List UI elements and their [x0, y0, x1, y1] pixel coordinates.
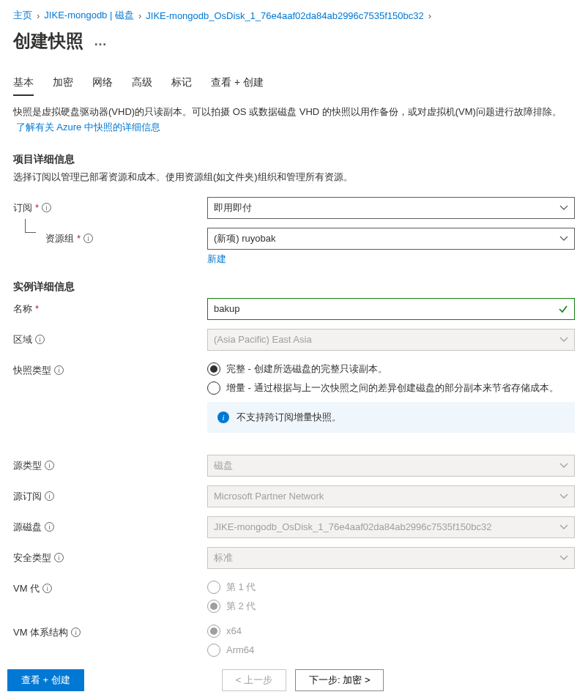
learn-more-link[interactable]: 了解有关 Azure 中快照的详细信息	[16, 122, 160, 133]
source-type-label: 源类型 i	[13, 455, 207, 472]
chevron-down-icon	[559, 554, 568, 565]
radio-snapshot-full[interactable]: 完整 - 创建所选磁盘的完整只读副本。	[207, 362, 575, 376]
security-type-label: 安全类型 i	[13, 547, 207, 565]
source-type-select: 磁盘	[207, 455, 575, 477]
review-create-button[interactable]: 查看 + 创建	[7, 669, 84, 691]
tab-review[interactable]: 查看 + 创建	[211, 73, 264, 96]
info-icon[interactable]: i	[45, 522, 54, 532]
chevron-down-icon	[559, 492, 568, 503]
info-icon[interactable]: i	[45, 491, 54, 501]
source-subscription-select: Microsoft Partner Network	[207, 485, 575, 507]
vm-gen-label: VM 代 i	[13, 578, 207, 595]
chevron-down-icon	[559, 461, 568, 472]
chevron-right-icon: ›	[428, 10, 431, 21]
info-icon[interactable]: i	[35, 335, 45, 344]
source-subscription-label: 源订阅 i	[13, 485, 207, 503]
snapshot-type-label: 快照类型 i	[13, 360, 207, 377]
tab-bar: 基本 加密 网络 高级 标记 查看 + 创建	[13, 73, 575, 96]
breadcrumb-item-disk[interactable]: JIKE-mongodb | 磁盘	[44, 9, 134, 22]
tab-basic[interactable]: 基本	[13, 73, 34, 96]
new-rg-link[interactable]: 新建	[207, 253, 226, 266]
radio-snapshot-incr[interactable]: 增量 - 通过根据与上一次快照之间的差异创建磁盘的部分副本来节省存储成本。	[207, 381, 575, 395]
chevron-down-icon	[559, 204, 568, 215]
breadcrumb-home[interactable]: 主页	[13, 9, 32, 22]
tab-network[interactable]: 网络	[92, 73, 113, 96]
name-input[interactable]: bakup	[207, 298, 575, 320]
region-label: 区域 i	[13, 329, 207, 346]
chevron-down-icon	[559, 234, 568, 245]
name-label: 名称*	[13, 298, 207, 316]
radio-arch-arm: Arm64	[207, 644, 575, 657]
project-heading: 项目详细信息	[13, 153, 575, 166]
info-icon[interactable]: i	[83, 234, 93, 243]
info-banner: i 不支持跨订阅增量快照。	[207, 402, 575, 433]
page-title: 创建快照 …	[13, 29, 575, 53]
subscription-label: 订阅* i	[13, 197, 207, 215]
chevron-down-icon	[559, 523, 568, 534]
subscription-select[interactable]: 即用即付	[207, 197, 575, 219]
tab-encrypt[interactable]: 加密	[53, 73, 73, 96]
info-icon[interactable]: i	[42, 203, 51, 212]
resource-group-label: 资源组* i	[13, 228, 207, 245]
radio-arch-x64: x64	[207, 625, 575, 638]
tab-advanced[interactable]: 高级	[132, 73, 152, 96]
intro-text: 快照是虚拟硬盘驱动器(VHD)的只读副本。可以拍摄 OS 或数据磁盘 VHD 的…	[13, 105, 575, 135]
source-disk-select: JIKE-mongodb_OsDisk_1_76e4aaf02da84ab299…	[207, 516, 575, 538]
breadcrumb-item-osdisk[interactable]: JIKE-mongodb_OsDisk_1_76e4aaf02da84ab299…	[146, 10, 423, 21]
chevron-right-icon: ›	[37, 10, 40, 21]
next-button[interactable]: 下一步: 加密 >	[295, 669, 384, 691]
info-icon[interactable]: i	[45, 461, 54, 470]
footer-bar: 查看 + 创建 < 上一步 下一步: 加密 >	[0, 660, 588, 700]
more-icon[interactable]: …	[94, 34, 108, 49]
instance-heading: 实例详细信息	[13, 280, 575, 294]
radio-vmgen1: 第 1 代	[207, 581, 575, 594]
info-icon: i	[217, 412, 229, 423]
check-icon	[558, 304, 568, 316]
chevron-down-icon	[559, 335, 568, 346]
project-desc: 选择订阅以管理已部署资源和成本。使用资源组(如文件夹)组织和管理所有资源。	[13, 171, 575, 184]
info-icon[interactable]: i	[42, 584, 52, 593]
region-select: (Asia Pacific) East Asia	[207, 329, 575, 351]
info-icon[interactable]: i	[71, 628, 81, 637]
resource-group-select[interactable]: (新项) ruyobak	[207, 228, 575, 250]
chevron-right-icon: ›	[138, 10, 141, 21]
breadcrumb: 主页 › JIKE-mongodb | 磁盘 › JIKE-mongodb_Os…	[13, 9, 575, 22]
source-disk-label: 源磁盘 i	[13, 516, 207, 534]
vm-arch-label: VM 体系结构 i	[13, 622, 207, 639]
prev-button: < 上一步	[222, 669, 286, 691]
radio-vmgen2: 第 2 代	[207, 600, 575, 613]
info-icon[interactable]: i	[54, 365, 64, 375]
info-icon[interactable]: i	[54, 553, 64, 562]
tab-tags[interactable]: 标记	[171, 73, 192, 96]
security-type-select: 标准	[207, 547, 575, 569]
